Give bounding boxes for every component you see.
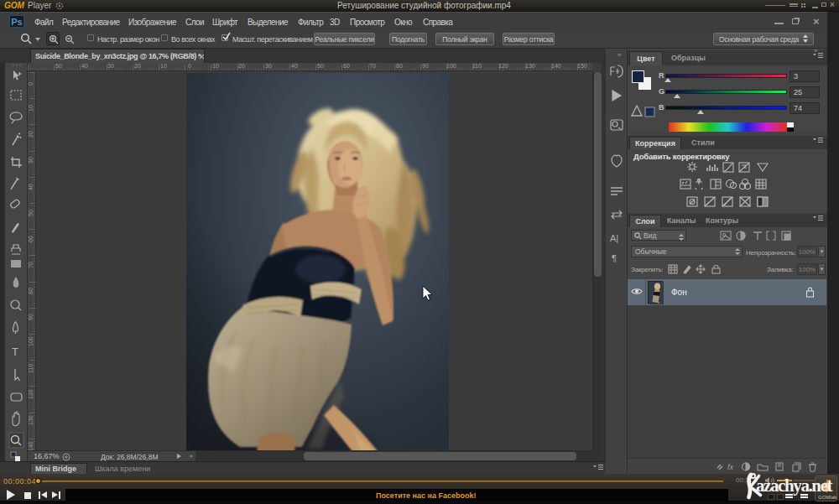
svg-text:»: » (618, 51, 622, 59)
svg-text:A|: A| (610, 233, 618, 243)
svg-text:¶: ¶ (612, 253, 617, 263)
svg-text:fx: fx (727, 463, 734, 471)
svg-text:T: T (12, 346, 18, 358)
